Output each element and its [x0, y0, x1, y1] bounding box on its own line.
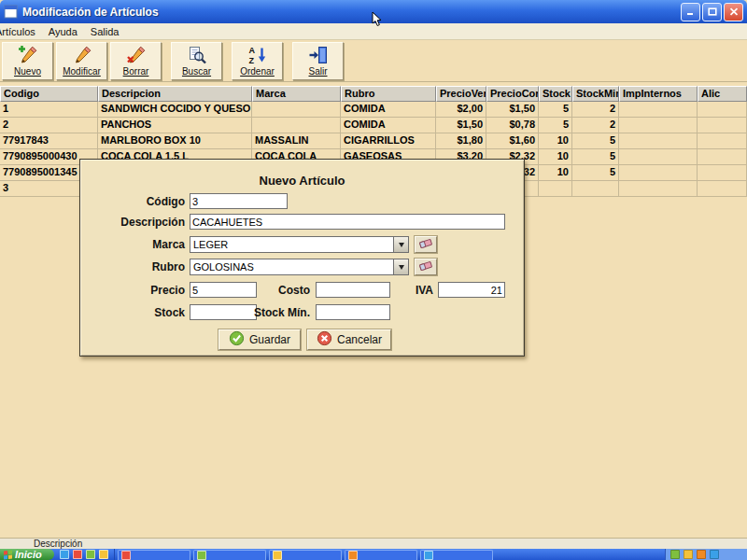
rubro-combobox[interactable]: GOLOSINAS [190, 259, 409, 275]
descripcion-input[interactable] [190, 214, 505, 230]
table-cell [698, 149, 747, 165]
table-row[interactable]: 1SANDWICH COCIDO Y QUESOCOMIDA$2,00$1,50… [0, 102, 747, 118]
rubro-value: GOLOSINAS [193, 261, 254, 273]
codigo-input[interactable] [190, 193, 288, 209]
chevron-down-icon[interactable] [393, 259, 408, 274]
toolbar-button-label: Nuevo [14, 66, 41, 77]
menu-item[interactable]: Ayuda [42, 25, 84, 38]
column-header[interactable]: Marca [252, 86, 341, 102]
table-cell: $1,60 [486, 133, 539, 149]
column-header[interactable]: PrecioVer [436, 86, 486, 102]
maximize-button[interactable] [702, 3, 722, 21]
toolbar: NuevoModificarBorrarBuscarAZOrdenarSalir [0, 40, 747, 82]
tray-icon[interactable] [710, 550, 719, 559]
new-article-icon [18, 45, 38, 65]
taskbar-window-button[interactable] [269, 550, 342, 560]
delete-icon [126, 45, 147, 65]
quick-launch-icon[interactable] [99, 550, 108, 559]
table-cell [252, 118, 341, 133]
table-cell: $1,50 [486, 102, 539, 118]
column-header[interactable]: Stock [539, 86, 572, 102]
precio-input[interactable] [190, 282, 257, 298]
table-cell [698, 165, 747, 181]
minimize-button[interactable] [681, 3, 700, 21]
modificar-button[interactable]: Modificar [56, 42, 107, 80]
table-cell: 5 [572, 149, 619, 165]
cancel-button-label: Cancelar [337, 333, 382, 346]
toolbar-button-label: Salir [308, 66, 327, 77]
quick-launch-icon[interactable] [73, 550, 82, 559]
chevron-down-icon[interactable] [393, 237, 408, 252]
table-cell [619, 181, 698, 197]
taskbar-window-button[interactable] [118, 550, 190, 560]
window-icon [121, 551, 131, 560]
exit-icon [308, 45, 329, 65]
marca-label: Marca [90, 238, 185, 251]
table-cell [698, 181, 747, 197]
rubro-label: Rubro [90, 260, 185, 273]
menu-item[interactable]: Artículos [0, 25, 42, 38]
window-icon [348, 551, 358, 560]
ordenar-button[interactable]: AZOrdenar [232, 42, 283, 80]
nuevo-button[interactable]: Nuevo [2, 42, 53, 80]
stock-input[interactable] [190, 304, 257, 320]
borrar-button[interactable]: Borrar [110, 42, 162, 80]
status-text: Descripción [34, 539, 82, 549]
table-row[interactable]: 2PANCHOSCOMIDA$1,50$0,7852 [0, 118, 747, 133]
descripcion-label: Descripción [90, 216, 185, 229]
taskbar-window-button[interactable] [193, 550, 266, 560]
close-button[interactable] [724, 3, 743, 21]
column-header[interactable]: ImpInternos [619, 86, 698, 102]
window-title: Modificación de Artículos [22, 6, 679, 19]
table-cell: PANCHOS [98, 118, 252, 133]
taskbar-window-button[interactable] [420, 550, 493, 560]
table-row[interactable]: 77917843MARLBORO BOX 10MASSALINCIGARRILL… [0, 133, 747, 149]
quick-launch-icon[interactable] [60, 550, 69, 559]
sort-icon: AZ [247, 45, 268, 65]
table-cell: 10 [539, 133, 572, 149]
tray-icon[interactable] [697, 550, 706, 559]
buscar-button[interactable]: Buscar [171, 42, 222, 80]
toolbar-button-label: Borrar [123, 66, 149, 77]
table-cell [698, 133, 747, 149]
table-cell: $2,00 [436, 102, 486, 118]
new-article-dialog: Nuevo Artículo Código Descripción Marca … [79, 159, 525, 357]
taskbar-window-button[interactable] [345, 550, 417, 560]
rubro-edit-button[interactable] [415, 259, 437, 275]
marca-value: LEGER [193, 239, 228, 250]
table-cell [252, 102, 341, 118]
toolbar-button-label: Modificar [63, 66, 101, 77]
table-cell [539, 181, 572, 197]
save-button[interactable]: Guardar [218, 329, 301, 350]
table-cell [572, 181, 619, 197]
tray-icon[interactable] [670, 550, 680, 559]
table-cell [698, 118, 747, 133]
table-cell: 2 [0, 118, 98, 133]
marca-edit-button[interactable] [415, 236, 437, 253]
table-cell: $1,50 [436, 118, 486, 133]
menu-item[interactable]: Salida [84, 25, 126, 38]
table-cell [619, 165, 698, 181]
stock-min-input[interactable] [316, 304, 390, 320]
column-header[interactable]: Alic [698, 86, 747, 102]
cancel-button[interactable]: Cancelar [307, 329, 391, 350]
table-cell: $1,80 [436, 133, 486, 149]
toolbar-button-label: Ordenar [240, 66, 275, 77]
quick-launch-icon[interactable] [86, 550, 95, 559]
column-header[interactable]: Rubro [341, 86, 436, 102]
table-cell [619, 149, 698, 165]
cross-circle-icon [317, 330, 332, 349]
column-header[interactable]: Codigo [0, 86, 98, 102]
tray-icon[interactable] [684, 550, 693, 559]
column-header[interactable]: PrecioCor [486, 86, 539, 102]
table-cell: 5 [572, 165, 619, 181]
start-button[interactable]: Inicio [0, 549, 54, 560]
precio-label: Precio [90, 284, 185, 297]
table-cell [619, 118, 698, 133]
column-header[interactable]: StockMinim [572, 86, 619, 102]
marca-combobox[interactable]: LEGER [190, 236, 409, 253]
column-header[interactable]: Descripcion [98, 86, 252, 102]
eraser-icon [419, 260, 432, 274]
iva-input[interactable] [438, 282, 505, 298]
salir-button[interactable]: Salir [292, 42, 344, 80]
